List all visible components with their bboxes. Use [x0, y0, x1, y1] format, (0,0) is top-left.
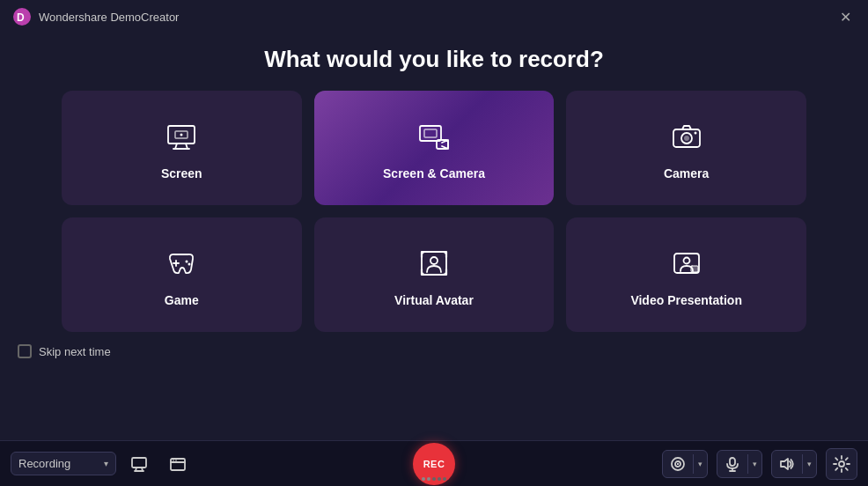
webcam-button[interactable]	[663, 451, 693, 477]
game-icon	[165, 247, 198, 284]
title-bar: D Wondershare DemoCreator ✕	[0, 0, 868, 33]
svg-rect-24	[132, 458, 146, 468]
video-presentation-icon	[670, 247, 703, 284]
microphone-chevron-icon[interactable]: ▾	[748, 460, 761, 468]
cards-grid: Screen Screen & Camera	[18, 91, 850, 332]
svg-point-39	[839, 461, 844, 467]
microphone-button[interactable]	[717, 451, 747, 477]
svg-point-6	[180, 133, 183, 136]
speaker-icon	[779, 456, 795, 472]
svg-point-31	[175, 460, 177, 461]
chevron-down-icon: ▾	[104, 459, 108, 468]
screen-card[interactable]: Screen	[62, 91, 302, 205]
webcam-icon	[670, 456, 686, 472]
camera-icon	[670, 120, 703, 158]
camera-card-label: Camera	[664, 166, 709, 180]
recording-dropdown[interactable]: Recording ▾	[11, 452, 116, 475]
settings-button[interactable]	[826, 448, 857, 480]
screen-capture-icon	[130, 455, 148, 473]
rec-dot-5	[443, 477, 446, 481]
microphone-icon	[725, 456, 740, 472]
svg-point-20	[430, 257, 438, 264]
svg-point-14	[694, 131, 696, 134]
close-button[interactable]: ✕	[835, 6, 856, 27]
virtual-avatar-card[interactable]: Virtual Avatar	[314, 217, 555, 332]
virtual-avatar-card-label: Virtual Avatar	[394, 293, 474, 307]
speaker-group: ▾	[771, 450, 817, 478]
skip-checkbox[interactable]	[18, 344, 32, 358]
screen-camera-icon	[417, 120, 451, 158]
svg-text:D: D	[17, 11, 25, 24]
screen-capture-button[interactable]	[123, 448, 155, 480]
svg-point-18	[188, 262, 191, 265]
virtual-avatar-icon	[417, 247, 451, 284]
svg-point-30	[173, 460, 174, 461]
window-capture-icon	[169, 455, 187, 473]
screen-camera-card[interactable]: Screen & Camera	[314, 91, 555, 205]
skip-row: Skip next time	[0, 332, 868, 365]
svg-point-13	[684, 136, 689, 141]
screen-icon	[165, 120, 198, 158]
skip-label[interactable]: Skip next time	[39, 345, 111, 358]
recording-dropdown-text: Recording	[18, 457, 99, 470]
bottom-toolbar: Recording ▾ REC	[0, 440, 868, 486]
rec-dot-1	[422, 477, 425, 481]
svg-point-17	[186, 260, 188, 262]
camera-card[interactable]: Camera	[566, 91, 806, 205]
app-title: Wondershare DemoCreator	[39, 11, 179, 24]
svg-rect-23	[691, 266, 698, 272]
microphone-group: ▾	[717, 450, 762, 478]
svg-rect-19	[422, 252, 446, 275]
rec-dot-4	[438, 477, 441, 481]
settings-icon	[833, 455, 850, 473]
svg-rect-35	[730, 458, 735, 466]
svg-marker-38	[781, 459, 788, 469]
svg-point-22	[683, 257, 689, 263]
screen-card-label: Screen	[161, 166, 202, 180]
speaker-button[interactable]	[772, 451, 802, 477]
speaker-chevron-icon[interactable]: ▾	[803, 460, 816, 468]
rec-dot-2	[427, 477, 430, 481]
right-toolbar: ▾ ▾	[662, 448, 857, 480]
screen-camera-card-label: Screen & Camera	[383, 166, 485, 180]
webcam-chevron-icon[interactable]: ▾	[694, 460, 707, 468]
window-capture-button[interactable]	[162, 448, 194, 480]
video-presentation-card[interactable]: Video Presentation	[566, 217, 806, 332]
game-card-label: Game	[165, 293, 199, 307]
rec-dot-3	[432, 477, 436, 481]
rec-indicator-dots	[422, 477, 446, 481]
app-logo-icon: D	[12, 7, 32, 26]
rec-label: REC	[423, 459, 445, 469]
title-left: D Wondershare DemoCreator	[12, 7, 179, 26]
svg-point-34	[677, 463, 679, 465]
page-heading: What would you like to record?	[18, 46, 850, 73]
webcam-group: ▾	[662, 450, 708, 478]
svg-rect-8	[420, 126, 441, 141]
video-presentation-card-label: Video Presentation	[630, 293, 742, 307]
main-content: What would you like to record? Screen	[0, 33, 868, 332]
svg-rect-10	[424, 129, 437, 137]
game-card[interactable]: Game	[62, 217, 302, 332]
